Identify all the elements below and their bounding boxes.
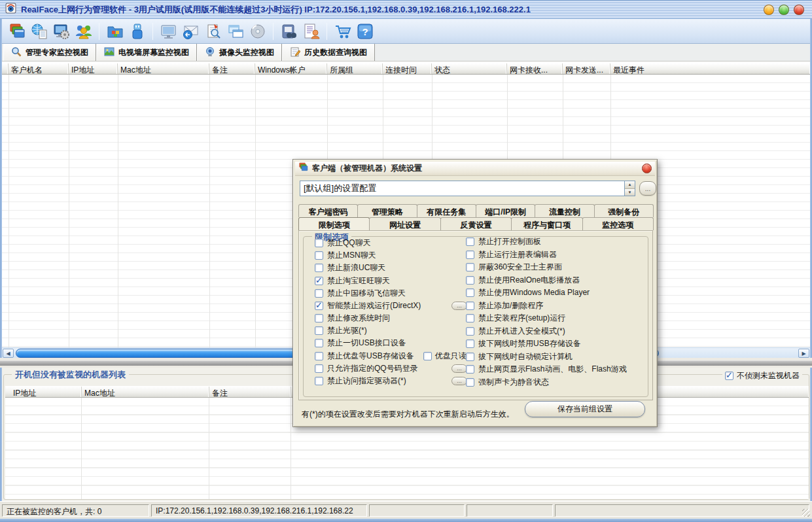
- check-label[interactable]: 禁止一切USB接口设备: [327, 338, 406, 349]
- check-label[interactable]: 禁止添加/删除程序: [478, 300, 543, 311]
- checkbox[interactable]: [466, 302, 474, 310]
- usb-key-icon[interactable]: [128, 22, 147, 41]
- check-label[interactable]: 禁止中国移动飞信聊天: [327, 288, 406, 299]
- check-label[interactable]: 禁止光驱(*): [327, 325, 367, 336]
- check-label[interactable]: 禁止使用RealOne电影播放器: [478, 275, 580, 286]
- tab-program-window[interactable]: 程序与窗口项: [511, 217, 582, 230]
- browse-button[interactable]: ...: [639, 181, 656, 196]
- check-label[interactable]: 禁止MSN聊天: [327, 250, 376, 261]
- check-label[interactable]: 禁止运行注册表编辑器: [478, 249, 557, 260]
- check-label[interactable]: 禁止修改系统时间: [327, 313, 390, 324]
- tab-anti-porn[interactable]: 反黄设置: [440, 217, 512, 230]
- col-net-send[interactable]: 网卡发送...: [563, 63, 610, 74]
- tab-restrict-options[interactable]: 限制选项: [298, 217, 370, 230]
- checkbox[interactable]: [466, 365, 474, 374]
- checkbox[interactable]: [315, 289, 323, 298]
- checkbox[interactable]: [466, 251, 474, 259]
- minimize-button[interactable]: [764, 5, 774, 15]
- check-label[interactable]: 禁止新浪UC聊天: [327, 262, 385, 273]
- tab-camera-view[interactable]: 摄像头监控视图: [197, 44, 282, 61]
- mail-return-icon[interactable]: [181, 22, 200, 41]
- col-status[interactable]: 状态: [432, 63, 507, 74]
- checkbox[interactable]: [315, 239, 323, 247]
- checkbox[interactable]: [466, 288, 474, 297]
- more-options-button[interactable]: ...: [451, 364, 467, 373]
- help-icon[interactable]: ?: [355, 22, 374, 41]
- window-copy-icon[interactable]: [226, 22, 245, 41]
- group-config-combobox[interactable]: [默认组]的设置配置 ▲▼: [300, 181, 635, 196]
- tab-forced-backup[interactable]: 强制备份: [594, 204, 654, 217]
- user-group-icon[interactable]: [74, 22, 93, 41]
- maximize-button[interactable]: [779, 5, 789, 15]
- tab-tv-wall-view[interactable]: 电视墙屏幕监控视图: [96, 44, 197, 61]
- col-net-recv[interactable]: 网卡接收...: [507, 63, 563, 74]
- check-label[interactable]: 禁止网页显示Flash动画、电影、Flash游戏: [478, 364, 627, 375]
- addressbook-search-icon[interactable]: [279, 22, 298, 41]
- tab-port-ip-limit[interactable]: 端口/IP限制: [476, 204, 535, 217]
- checkbox[interactable]: [466, 276, 474, 285]
- col-connect-time[interactable]: 连接时间: [383, 63, 432, 74]
- disc-icon[interactable]: [248, 22, 267, 41]
- title-bar[interactable]: RealFace上网行为管理软件 - 3用户试用版(试用版不能连续超过3小时运行…: [0, 0, 812, 19]
- col-windows-account[interactable]: Windows帐户: [255, 63, 327, 74]
- more-options-button[interactable]: ...: [451, 377, 467, 385]
- tab-history-view[interactable]: 历史数据查询视图: [282, 44, 375, 61]
- file-search-icon[interactable]: [203, 22, 222, 41]
- tab-expert-monitor-view[interactable]: 管理专家监控视图: [3, 44, 96, 61]
- screen-settings-icon[interactable]: [52, 22, 71, 41]
- col-mac[interactable]: Mac地址: [118, 63, 209, 74]
- col-remark[interactable]: 备注: [209, 63, 255, 74]
- checkbox[interactable]: [315, 364, 323, 373]
- col-mac[interactable]: Mac地址: [82, 387, 209, 397]
- scroll-left-arrow-icon[interactable]: ◀: [3, 349, 14, 358]
- check-label[interactable]: 禁止淘宝旺旺聊天: [327, 275, 390, 287]
- spin-up-icon[interactable]: ▲: [625, 181, 635, 189]
- close-button[interactable]: [794, 5, 804, 15]
- no-detect-checkbox[interactable]: [725, 372, 733, 380]
- check-label[interactable]: 禁止访问指定驱动器(*): [327, 375, 406, 387]
- checkbox[interactable]: [466, 263, 474, 271]
- checkbox[interactable]: [315, 302, 323, 310]
- monitor-icon[interactable]: [159, 22, 178, 41]
- check-label[interactable]: 禁止优盘等USB存储设备: [327, 351, 414, 362]
- dialog-close-button[interactable]: [642, 164, 652, 173]
- check-label[interactable]: 只允许指定的QQ号码登录: [327, 363, 418, 374]
- check-label[interactable]: 强制声卡为静音状态: [478, 377, 549, 388]
- tab-url-settings[interactable]: 网址设置: [369, 217, 440, 230]
- checkbox[interactable]: [315, 314, 323, 322]
- window-panels-icon[interactable]: [7, 22, 26, 41]
- check-label[interactable]: 禁止打开控制面板: [478, 236, 541, 247]
- checkbox[interactable]: [315, 251, 323, 260]
- check-label[interactable]: 禁止开机进入安全模式(*): [478, 326, 565, 337]
- scroll-right-arrow-icon[interactable]: ▶: [798, 349, 809, 358]
- check-label[interactable]: 智能禁止游戏运行(DirectX): [327, 300, 421, 311]
- checkbox[interactable]: [466, 237, 474, 246]
- tab-manage-policy[interactable]: 管理策略: [357, 204, 417, 217]
- check-label[interactable]: 优盘只读: [435, 351, 467, 362]
- checkbox[interactable]: [315, 377, 323, 385]
- checkbox[interactable]: [466, 353, 474, 361]
- more-options-button[interactable]: ...: [451, 302, 467, 310]
- checkbox[interactable]: [466, 314, 474, 322]
- tab-client-password[interactable]: 客户端密码: [298, 204, 358, 217]
- tab-monitor-options[interactable]: 监控选项: [582, 217, 654, 230]
- checkbox[interactable]: [466, 339, 474, 348]
- spin-down-icon[interactable]: ▼: [625, 189, 635, 196]
- checkbox[interactable]: [315, 339, 323, 347]
- check-label[interactable]: 禁止QQ聊天: [327, 237, 371, 249]
- checkbox[interactable]: [466, 378, 474, 387]
- checkbox[interactable]: [315, 326, 323, 335]
- dialog-title-bar[interactable]: 客户端（被管理机器）系统设置: [295, 162, 655, 176]
- col-ip[interactable]: IP地址: [69, 63, 118, 74]
- check-label[interactable]: 拔下网线时自动锁定计算机: [478, 351, 573, 362]
- checkbox[interactable]: [315, 264, 323, 272]
- check-label[interactable]: 屏蔽360安全卫士主界面: [478, 262, 562, 273]
- no-detect-label[interactable]: 不侦测未监视机器: [737, 370, 800, 381]
- web-log-icon[interactable]: [29, 22, 48, 41]
- check-label[interactable]: 禁止使用Windows Media Player: [478, 287, 590, 298]
- folder-apps-icon[interactable]: [105, 22, 124, 41]
- tab-limited-tasks[interactable]: 有限任务集: [417, 204, 476, 217]
- save-group-settings-button[interactable]: 保存当前组设置: [525, 401, 645, 417]
- checkbox[interactable]: [315, 277, 323, 285]
- col-ip[interactable]: IP地址: [5, 387, 82, 397]
